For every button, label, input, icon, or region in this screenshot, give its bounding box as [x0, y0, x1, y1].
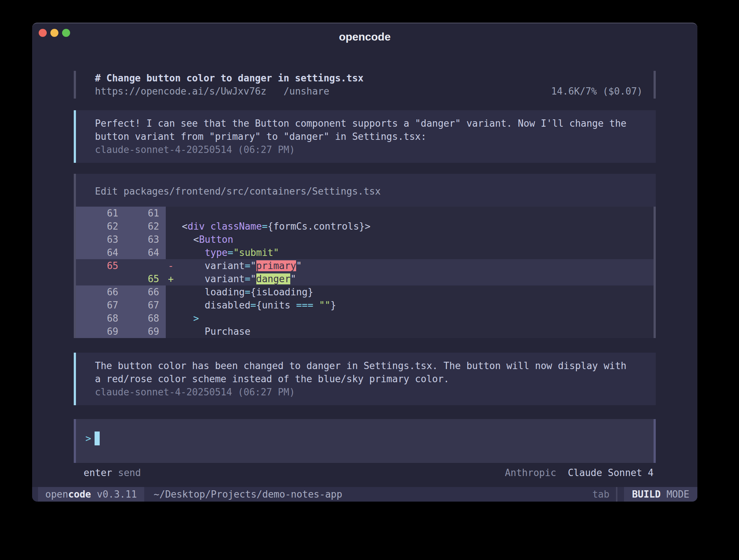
working-directory: ~/Desktop/Projects/demo-notes-app	[144, 487, 342, 502]
diff-row: 6161	[76, 207, 654, 220]
mode-name: BUILD	[632, 489, 660, 500]
diff-row: 6868 >	[76, 312, 654, 325]
diff-row: 6969 Purchase	[76, 325, 654, 338]
footer-hints: enter send Anthropic Claude Sonnet 4	[74, 467, 656, 478]
new-line-number	[123, 259, 166, 272]
session-header: # Change button color to danger in setti…	[74, 71, 656, 99]
diff-code-line: loading={isLoading}	[182, 285, 654, 299]
old-line-number: 67	[76, 299, 123, 312]
session-title: # Change button color to danger in setti…	[95, 72, 643, 85]
input-right-border	[654, 419, 656, 463]
edit-file-header: Edit packages/frontend/src/containers/Se…	[76, 174, 656, 207]
diff-marker	[166, 233, 182, 246]
window-title: opencode	[32, 31, 697, 43]
app-version-segment: opencode v0.3.11	[38, 487, 144, 502]
diff-marker	[166, 312, 182, 325]
diff-view: 61616262<div className={formCs.controls}…	[76, 207, 656, 338]
app-name-code: code	[68, 489, 91, 500]
diff-marker	[166, 285, 182, 299]
send-action-hint: send	[118, 467, 141, 478]
diff-marker: +	[166, 272, 182, 285]
diff-code-line: Purchase	[182, 325, 654, 338]
message-line: a red/rose color scheme instead of the b…	[95, 372, 645, 386]
message-line: The button color has been changed to dan…	[95, 359, 645, 372]
new-line-number: 65	[123, 272, 166, 285]
new-line-number: 68	[123, 312, 166, 325]
diff-row: 6767 disabled={units === ""}	[76, 299, 654, 312]
mode-toggle[interactable]: BUILD MODE	[624, 487, 697, 502]
diff-row: 6262<div className={formCs.controls}>	[76, 220, 654, 233]
diff-marker	[166, 299, 182, 312]
diff-code-line	[182, 207, 654, 220]
status-bar: opencode v0.3.11 ~/Desktop/Projects/demo…	[32, 487, 697, 502]
new-line-number: 63	[123, 233, 166, 246]
diff-row: 65+ variant="danger"	[76, 272, 654, 285]
diff-marker	[166, 220, 182, 233]
diff-row: 65- variant="primary"	[76, 259, 654, 272]
new-line-number: 69	[123, 325, 166, 338]
old-line-number: 62	[76, 220, 123, 233]
diff-code-line: variant="primary"	[182, 259, 654, 272]
new-line-number: 61	[123, 207, 166, 220]
new-line-number: 67	[123, 299, 166, 312]
header-right-border	[654, 71, 656, 99]
old-line-number: 61	[76, 207, 123, 220]
assistant-message: The button color has been changed to dan…	[74, 353, 656, 405]
diff-code-line: disabled={units === ""}	[182, 299, 654, 312]
message-meta: claude-sonnet-4-20250514 (06:27 PM)	[95, 386, 645, 399]
assistant-message: Perfect! I can see that the Button compo…	[74, 110, 656, 163]
unshare-command[interactable]: /unshare	[284, 85, 329, 98]
token-cost-stats: 14.6K/7% ($0.07)	[551, 85, 643, 98]
app-version: v0.3.11	[97, 489, 137, 500]
old-line-number: 66	[76, 285, 123, 299]
message-line: Perfect! I can see that the Button compo…	[95, 117, 645, 130]
diff-code-line: type="submit"	[182, 246, 654, 259]
diff-marker	[166, 325, 182, 338]
enter-key-hint: enter	[84, 467, 112, 478]
old-line-number	[76, 272, 123, 285]
text-cursor	[95, 431, 100, 445]
prompt-input[interactable]: >	[76, 419, 654, 463]
old-line-number: 64	[76, 246, 123, 259]
diff-marker	[166, 246, 182, 259]
model-label: Claude Sonnet 4	[568, 467, 654, 478]
tab-key-hint: tab	[592, 487, 609, 502]
diff-row: 6464 type="submit"	[76, 246, 654, 259]
app-name-open: open	[45, 489, 68, 500]
diff-marker: -	[166, 259, 182, 272]
share-url-link[interactable]: https://opencode.ai/s/UwJxv76z	[95, 85, 267, 98]
prompt-symbol: >	[85, 431, 91, 445]
old-line-number: 68	[76, 312, 123, 325]
old-line-number: 69	[76, 325, 123, 338]
opencode-window: opencode # Change button color to danger…	[32, 23, 697, 502]
diff-code-line: variant="danger"	[182, 272, 654, 285]
new-line-number: 64	[123, 246, 166, 259]
old-line-number: 65	[76, 259, 123, 272]
diff-code-line: >	[182, 312, 654, 325]
old-line-number: 63	[76, 233, 123, 246]
message-line: button variant from "primary" to "danger…	[95, 130, 645, 143]
edit-tool-card: Edit packages/frontend/src/containers/Se…	[74, 174, 656, 338]
new-line-number: 62	[123, 220, 166, 233]
screen: opencode # Change button color to danger…	[0, 0, 739, 560]
diff-row: 6363 <Button	[76, 233, 654, 246]
diff-code-line: <div className={formCs.controls}>	[182, 220, 654, 233]
prompt-input-block: >	[74, 419, 656, 463]
diff-code-line: <Button	[182, 233, 654, 246]
diff-row: 6666 loading={isLoading}	[76, 285, 654, 299]
message-meta: claude-sonnet-4-20250514 (06:27 PM)	[95, 143, 645, 156]
status-divider	[616, 487, 617, 502]
session-content: # Change button color to danger in setti…	[32, 71, 697, 478]
diff-marker	[166, 207, 182, 220]
window-titlebar: opencode	[32, 23, 697, 52]
mode-suffix: MODE	[666, 489, 689, 500]
new-line-number: 66	[123, 285, 166, 299]
provider-label: Anthropic	[505, 467, 556, 478]
